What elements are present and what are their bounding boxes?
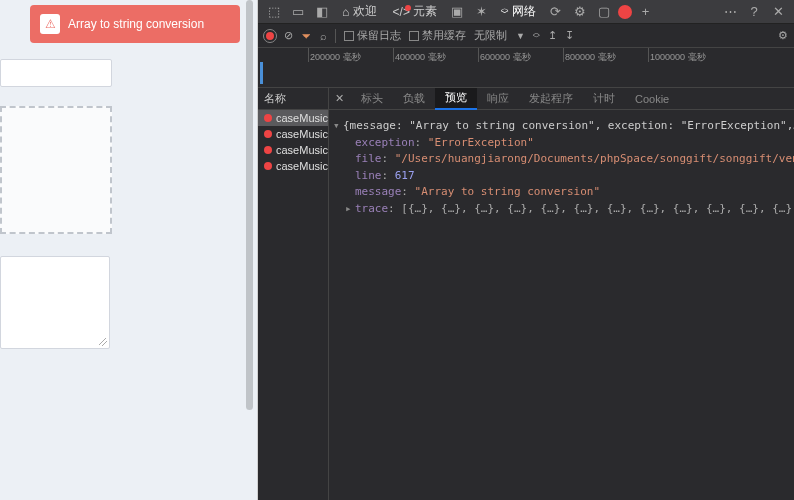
filter-icon: ⏷: [301, 30, 312, 42]
tab-welcome[interactable]: ⌂ 欢迎: [336, 0, 383, 24]
more-icon[interactable]: ⋯: [720, 2, 740, 22]
caret-down-icon[interactable]: ▾: [333, 118, 343, 135]
inspect-icon[interactable]: ⬚: [264, 2, 284, 22]
throttle-dropdown[interactable]: 无限制 ▼: [474, 28, 525, 43]
gear-icon[interactable]: ⚙: [778, 29, 788, 42]
tree-row[interactable]: message: "Array to string conversion": [333, 184, 794, 201]
tab-headers[interactable]: 标头: [351, 88, 393, 110]
tree-key: exception: [355, 135, 415, 152]
devtools-topbar: ⬚ ▭ ◧ ⌂ 欢迎 </> 元素 ▣ ✶ ⌔ 网络 ⟳ ⚙ ▢ + ⋯ ? ✕: [258, 0, 794, 24]
wf-tick: [563, 48, 564, 62]
caret-right-icon[interactable]: ▸: [345, 201, 355, 218]
tree-row[interactable]: exception: "ErrorException": [333, 135, 794, 152]
waterfall-timeline[interactable]: 200000 毫秒 400000 毫秒 600000 毫秒 800000 毫秒 …: [258, 48, 794, 88]
error-dot-icon: [264, 114, 272, 122]
plus-icon[interactable]: +: [636, 2, 656, 22]
tree-key: message: [355, 184, 401, 201]
chevron-down-icon: ▼: [516, 31, 525, 41]
devtools-panel: ⬚ ▭ ◧ ⌂ 欢迎 </> 元素 ▣ ✶ ⌔ 网络 ⟳ ⚙ ▢ + ⋯ ? ✕…: [258, 0, 794, 500]
throttle-label: 无限制: [474, 28, 507, 43]
tree-value: "Array to string conversion": [415, 184, 600, 201]
request-list: 名称 caseMusic caseMusic caseMusic caseMus…: [258, 88, 329, 500]
console-icon[interactable]: ▣: [447, 2, 467, 22]
tree-row[interactable]: ▸ trace: [{…}, {…}, {…}, {…}, {…}, {…}, …: [333, 201, 794, 218]
tree-key: line: [355, 168, 382, 185]
tab-elements[interactable]: </> 元素: [387, 0, 444, 24]
request-name: caseMusic: [276, 144, 328, 156]
tab-payload[interactable]: 负载: [393, 88, 435, 110]
toast-message: Array to string conversion: [68, 17, 204, 31]
separator: [335, 29, 336, 43]
shield-warning-icon: ⚠: [40, 14, 60, 34]
upload-dropzone[interactable]: [0, 106, 112, 234]
tree-value: [{…}, {…}, {…}, {…}, {…}, {…}, {…}, {…},…: [401, 201, 794, 218]
import-icon[interactable]: ↥: [548, 29, 557, 42]
search-icon: ⌕: [320, 30, 327, 42]
scrollbar-vertical[interactable]: [246, 0, 253, 500]
wf-label: 600000 毫秒: [480, 51, 531, 64]
textarea-input[interactable]: [0, 256, 110, 349]
wf-tick: [648, 48, 649, 62]
tree-root[interactable]: ▾ {message: "Array to string conversion"…: [333, 118, 794, 135]
help-icon[interactable]: ?: [744, 2, 764, 22]
error-badge-icon: [405, 5, 411, 11]
network-conditions-icon[interactable]: ⌔: [533, 30, 540, 42]
tree-value: "/Users/huangjiarong/Documents/phpSpace/…: [395, 151, 794, 168]
network-toolbar: ⊘ ⏷ ⌕ 保留日志 禁用缓存 无限制 ▼ ⌔ ↥ ↧ ⚙: [258, 24, 794, 48]
text-input[interactable]: [0, 59, 112, 87]
error-dot-icon: [264, 130, 272, 138]
disable-cache-label: 禁用缓存: [422, 28, 466, 43]
clear-icon: ⊘: [284, 29, 293, 42]
wifi-icon: ⌔: [501, 5, 508, 19]
scrollbar-thumb[interactable]: [246, 0, 253, 410]
performance-icon[interactable]: ⟳: [546, 2, 566, 22]
close-icon[interactable]: ✕: [768, 2, 788, 22]
filter-button[interactable]: ⏷: [301, 30, 312, 42]
request-list-header[interactable]: 名称: [258, 88, 328, 110]
request-row[interactable]: caseMusic: [258, 126, 328, 142]
error-toast[interactable]: ⚠ Array to string conversion: [30, 5, 240, 43]
detail-pane: ✕ 标头 负载 预览 响应 发起程序 计时 Cookie ▾ {message:…: [329, 88, 794, 500]
request-name: caseMusic: [276, 160, 328, 172]
bug-icon[interactable]: ✶: [471, 2, 491, 22]
recording-indicator-icon[interactable]: [618, 5, 632, 19]
tree-row[interactable]: file: "/Users/huangjiarong/Documents/php…: [333, 151, 794, 168]
record-button[interactable]: [264, 30, 276, 42]
settings-icon[interactable]: ⚙: [570, 2, 590, 22]
error-dot-icon: [264, 162, 272, 170]
request-row[interactable]: caseMusic: [258, 110, 328, 126]
request-name: caseMusic: [276, 112, 328, 124]
panel-icon[interactable]: ◧: [312, 2, 332, 22]
tab-timing[interactable]: 计时: [583, 88, 625, 110]
tab-network[interactable]: ⌔ 网络: [495, 0, 541, 24]
error-dot-icon: [264, 146, 272, 154]
preserve-log-label: 保留日志: [357, 28, 401, 43]
search-button[interactable]: ⌕: [320, 30, 327, 42]
tree-value: 617: [395, 168, 415, 185]
checkbox-icon: [409, 31, 419, 41]
request-row[interactable]: caseMusic: [258, 158, 328, 174]
export-icon[interactable]: ↧: [565, 29, 574, 42]
request-row[interactable]: caseMusic: [258, 142, 328, 158]
request-name: caseMusic: [276, 128, 328, 140]
close-detail-icon[interactable]: ✕: [329, 92, 351, 105]
wf-label: 200000 毫秒: [310, 51, 361, 64]
tab-welcome-label: 欢迎: [353, 3, 377, 20]
disable-cache-checkbox[interactable]: 禁用缓存: [409, 28, 466, 43]
tab-network-label: 网络: [512, 3, 536, 20]
tab-initiator[interactable]: 发起程序: [519, 88, 583, 110]
tree-row[interactable]: line: 617: [333, 168, 794, 185]
wf-tick: [308, 48, 309, 62]
preview-body[interactable]: ▾ {message: "Array to string conversion"…: [329, 110, 794, 500]
tab-cookies[interactable]: Cookie: [625, 88, 679, 110]
tab-response[interactable]: 响应: [477, 88, 519, 110]
device-toggle-icon[interactable]: ▭: [288, 2, 308, 22]
application-icon[interactable]: ▢: [594, 2, 614, 22]
clear-button[interactable]: ⊘: [284, 29, 293, 42]
tree-value: "ErrorException": [428, 135, 534, 152]
resize-grip-icon[interactable]: [99, 338, 107, 346]
wf-tick: [478, 48, 479, 62]
tree-key: file: [355, 151, 382, 168]
tab-preview[interactable]: 预览: [435, 88, 477, 110]
preserve-log-checkbox[interactable]: 保留日志: [344, 28, 401, 43]
